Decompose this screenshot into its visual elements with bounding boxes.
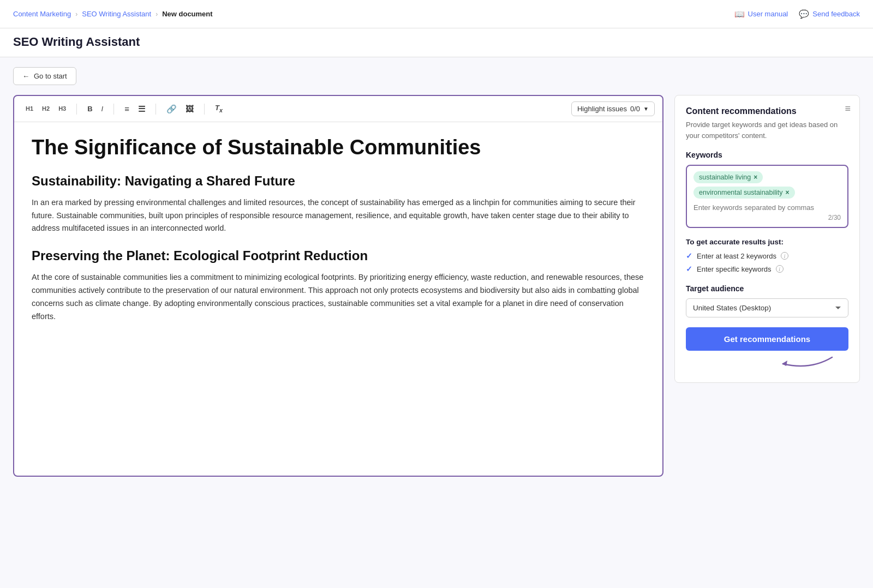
keyword-remove-0[interactable]: × <box>754 173 757 181</box>
editor-content[interactable]: The Significance of Sustainable Communit… <box>14 122 662 350</box>
arrow-annotation <box>686 355 848 371</box>
keywords-input[interactable] <box>693 203 841 212</box>
highlight-label: Highlight issues <box>577 105 627 113</box>
info-icon-0[interactable]: i <box>781 252 788 260</box>
arrow-left-icon: ← <box>22 72 29 80</box>
clear-format-button[interactable]: Tx <box>211 102 226 115</box>
highlight-count: 0/0 <box>630 105 640 113</box>
accuracy-section: To get accurate results just: ✓ Enter at… <box>686 238 848 273</box>
target-audience-select[interactable]: United States (Desktop) United States (M… <box>686 298 848 317</box>
keyword-tags-container: sustainable living × environmental susta… <box>693 171 841 199</box>
image-button[interactable]: 🖼 <box>182 103 198 115</box>
arrow-svg <box>778 355 843 373</box>
main-content: H1 H2 H3 B I ≡ ☰ 🔗 🖼 Tx <box>0 95 873 490</box>
toolbar-sep-4 <box>204 104 205 115</box>
editor-section2-body: At the core of sustainable communities l… <box>32 271 645 323</box>
bold-button[interactable]: B <box>83 103 96 115</box>
accuracy-text-1: Enter specific keywords <box>697 265 772 273</box>
text-format-buttons: B I <box>83 103 107 115</box>
toolbar-sep-2 <box>113 104 114 115</box>
editor-section1-heading: Sustainability: Navigating a Shared Futu… <box>32 173 645 189</box>
accuracy-text-0: Enter at least 2 keywords <box>697 252 776 260</box>
highlight-issues-button[interactable]: Highlight issues 0/0 ▼ <box>571 101 655 116</box>
chat-icon: 💬 <box>799 9 809 19</box>
keyword-remove-1[interactable]: × <box>786 189 790 196</box>
italic-button[interactable]: I <box>98 103 107 115</box>
keyword-tag-1[interactable]: environmental sustainability × <box>693 187 795 199</box>
accuracy-item-0: ✓ Enter at least 2 keywords i <box>686 251 848 260</box>
right-panel: ≡ Content recommendations Provide target… <box>674 95 860 477</box>
keyword-tag-0[interactable]: sustainable living × <box>693 171 763 183</box>
keywords-label: Keywords <box>686 151 848 159</box>
editor-section2-heading: Preserving the Planet: Ecological Footpr… <box>32 248 645 263</box>
unordered-list-button[interactable]: ☰ <box>134 103 149 115</box>
go-to-start-button[interactable]: ← Go to start <box>13 67 76 85</box>
check-icon-0: ✓ <box>686 251 692 260</box>
ordered-list-button[interactable]: ≡ <box>121 103 133 115</box>
user-manual-link[interactable]: 📖 User manual <box>734 9 788 19</box>
heading-buttons: H1 H2 H3 <box>22 104 70 114</box>
breadcrumb: Content Marketing › SEO Writing Assistan… <box>13 10 213 18</box>
book-icon: 📖 <box>734 9 745 19</box>
breadcrumb-item-1[interactable]: Content Marketing <box>13 10 71 18</box>
h3-button[interactable]: H3 <box>55 104 70 114</box>
clear-format-group: Tx <box>211 102 226 115</box>
action-bar: ← Go to start <box>0 57 873 95</box>
editor-section1-body: In an era marked by pressing environment… <box>32 196 645 236</box>
chevron-down-icon: ▼ <box>643 106 649 112</box>
content-recommendations-desc: Provide target keywords and get ideas ba… <box>686 119 848 141</box>
accuracy-title: To get accurate results just: <box>686 238 848 246</box>
menu-icon[interactable]: ≡ <box>845 103 851 115</box>
top-bar: Content Marketing › SEO Writing Assistan… <box>0 0 873 28</box>
top-bar-actions: 📖 User manual 💬 Send feedback <box>734 9 860 19</box>
link-button[interactable]: 🔗 <box>163 103 181 115</box>
breadcrumb-sep-2: › <box>156 10 158 18</box>
h2-button[interactable]: H2 <box>38 104 53 114</box>
info-icon-1[interactable]: i <box>776 265 784 273</box>
toolbar-sep-3 <box>156 104 156 115</box>
breadcrumb-item-3: New document <box>162 10 212 18</box>
page-header: SEO Writing Assistant <box>0 28 873 57</box>
accuracy-item-1: ✓ Enter specific keywords i <box>686 265 848 273</box>
keywords-count: 2/30 <box>693 214 841 221</box>
keyword-tag-label-1: environmental sustainability <box>699 189 783 196</box>
editor-toolbar: H1 H2 H3 B I ≡ ☰ 🔗 🖼 Tx <box>14 96 662 122</box>
toolbar-sep-1 <box>76 104 77 115</box>
check-icon-1: ✓ <box>686 265 692 273</box>
target-audience-label: Target audience <box>686 284 848 293</box>
keyword-tag-label-0: sustainable living <box>699 173 751 181</box>
get-recommendations-button[interactable]: Get recommendations <box>686 327 848 351</box>
editor-wrapper: H1 H2 H3 B I ≡ ☰ 🔗 🖼 Tx <box>13 95 663 477</box>
breadcrumb-item-2[interactable]: SEO Writing Assistant <box>82 10 151 18</box>
breadcrumb-sep-1: › <box>75 10 77 18</box>
insert-buttons: 🔗 🖼 <box>163 103 198 115</box>
send-feedback-link[interactable]: 💬 Send feedback <box>799 9 860 19</box>
h1-button[interactable]: H1 <box>22 104 37 114</box>
keywords-box[interactable]: sustainable living × environmental susta… <box>686 165 848 228</box>
editor-title: The Significance of Sustainable Communit… <box>32 135 645 160</box>
list-buttons: ≡ ☰ <box>121 103 149 115</box>
panel-card: ≡ Content recommendations Provide target… <box>674 95 860 383</box>
content-recommendations-title: Content recommendations <box>686 106 848 116</box>
page-title: SEO Writing Assistant <box>13 35 860 49</box>
